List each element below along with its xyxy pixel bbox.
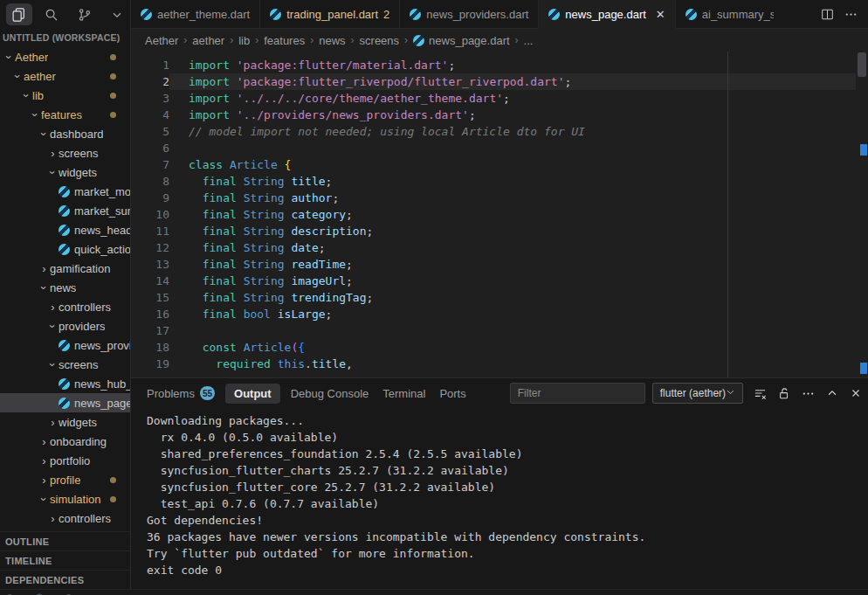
code-line-10[interactable]: 10 final String category; (131, 206, 868, 223)
close-icon[interactable]: ✕ (656, 8, 665, 21)
tree-item-label: profile (50, 474, 80, 487)
line-number: 17 (131, 322, 169, 339)
tree-item-screens[interactable]: ›screens (0, 355, 130, 374)
scrollbar-thumb[interactable] (858, 52, 866, 77)
tree-item-profile[interactable]: ›profile (0, 470, 130, 489)
tree-item-news[interactable]: ›news (0, 278, 130, 297)
code-editor[interactable]: 1import 'package:flutter/material.dart';… (131, 52, 868, 377)
split-editor-icon[interactable] (821, 8, 834, 21)
code-line-2[interactable]: 2import 'package:flutter_riverpod/flutte… (131, 73, 868, 90)
breadcrumb-item[interactable]: screens (360, 34, 400, 47)
tab-news-page-dart[interactable]: news_page.dart✕ (539, 0, 675, 29)
more-actions-icon[interactable] (802, 387, 815, 400)
output-filter-input[interactable] (510, 383, 645, 404)
code-line-4[interactable]: 4import '../providers/news_providers.dar… (131, 107, 868, 123)
code-line-17[interactable]: 17 (131, 322, 868, 339)
tree-item-news-headlin[interactable]: news_headlin... (0, 220, 130, 239)
breadcrumb-separator: › (515, 34, 519, 46)
panel-tab-label: Terminal (382, 387, 425, 400)
sidebar-sections: OUTLINE TIMELINE DEPENDENCIES (0, 531, 130, 589)
panel-tab-terminal[interactable]: Terminal (382, 387, 425, 400)
output-line: Try `flutter pub outdated` for more info… (147, 545, 868, 562)
code-text: final String imageUrl; (169, 273, 856, 289)
tree-item-market-moo[interactable]: market_moo... (0, 182, 130, 201)
code-line-19[interactable]: 19 required this.title, (131, 356, 868, 372)
chevron-expanded-icon: › (47, 359, 59, 370)
timeline-section-header[interactable]: TIMELINE (0, 550, 130, 570)
code-line-3[interactable]: 3import '../../../core/theme/aether_them… (131, 90, 868, 107)
unlock-icon[interactable] (778, 387, 790, 400)
code-line-16[interactable]: 16 final bool isLarge; (131, 306, 868, 322)
source-control-icon[interactable] (72, 3, 98, 25)
tree-item-widgets[interactable]: ›widgets (0, 412, 130, 432)
breadcrumb-file[interactable]: news_page.dart (413, 34, 510, 47)
chevron-expanded-icon: › (38, 128, 50, 140)
tree-item-news-hub-scr[interactable]: news_hub_scr... (0, 374, 130, 393)
outline-section-header[interactable]: OUTLINE (0, 531, 130, 550)
tree-item-market-sum[interactable]: market_sum... (0, 201, 130, 220)
breadcrumb-item[interactable]: aether (192, 34, 224, 47)
clear-output-icon[interactable] (754, 387, 767, 400)
close-panel-icon[interactable] (850, 387, 862, 399)
tree-item-portfolio[interactable]: ›portfolio (0, 451, 130, 470)
code-line-7[interactable]: 7class Article { (131, 156, 868, 173)
tree-item-news-page-d[interactable]: news_page.d... (0, 393, 130, 412)
tree-item-label: quick_actions... (74, 243, 130, 256)
output-channel-dropdown[interactable]: flutter (aether) (652, 383, 743, 404)
tab-news-providers-dart[interactable]: news_providers.dart (400, 0, 539, 28)
tab-trading-panel-dart[interactable]: trading_panel.dart2 (260, 0, 400, 28)
maximize-panel-icon[interactable] (826, 387, 838, 399)
breadcrumb-tail[interactable]: ... (524, 34, 534, 47)
tree-item-label: aether (24, 70, 56, 83)
code-line-6[interactable]: 6 (131, 140, 868, 156)
tree-item-label: market_moo... (74, 185, 130, 198)
panel-tab-ports[interactable]: Ports (439, 387, 465, 400)
code-line-18[interactable]: 18 const Article({ (131, 339, 868, 356)
breadcrumb-item[interactable]: features (264, 34, 305, 47)
code-line-5[interactable]: 5// model import not needed; using local… (131, 123, 868, 140)
dart-file-icon (413, 35, 424, 46)
code-line-15[interactable]: 15 final String trendingTag; (131, 289, 868, 306)
tree-item-screens[interactable]: ›screens (0, 143, 130, 163)
line-number: 9 (131, 190, 169, 206)
tree-item-features[interactable]: ›features (0, 105, 130, 124)
more-actions-icon[interactable] (844, 8, 858, 21)
code-line-12[interactable]: 12 final String date; (131, 239, 868, 256)
chevron-down-icon[interactable] (105, 3, 131, 25)
tree-item-aether[interactable]: ›aether (0, 66, 130, 86)
search-icon[interactable] (39, 3, 65, 25)
code-line-1[interactable]: 1import 'package:flutter/material.dart'; (131, 57, 868, 73)
code-line-8[interactable]: 8 final String title; (131, 173, 868, 190)
tree-item-providers[interactable]: ›providers (0, 316, 130, 336)
breadcrumb-item[interactable]: Aether (145, 34, 178, 47)
tree-item-simulation[interactable]: ›simulation (0, 489, 130, 509)
code-line-13[interactable]: 13 final String readTime; (131, 256, 868, 273)
panel-tab-output[interactable]: Output (225, 384, 280, 404)
tree-item-dashboard[interactable]: ›dashboard (0, 124, 130, 143)
tree-item-quick-actions[interactable]: quick_actions... (0, 239, 130, 259)
line-number: 14 (131, 273, 169, 289)
output-line: exit code 0 (147, 562, 868, 578)
breadcrumb-item[interactable]: news (319, 34, 345, 47)
tree-item-widgets[interactable]: ›widgets (0, 163, 130, 182)
panel-tab-debug-console[interactable]: Debug Console (291, 387, 369, 400)
files-icon[interactable] (6, 3, 32, 25)
tree-item-lib[interactable]: ›lib (0, 86, 130, 105)
panel-tab-problems[interactable]: Problems55 (147, 386, 215, 400)
code-line-14[interactable]: 14 final String imageUrl; (131, 273, 868, 289)
dependencies-section-header[interactable]: DEPENDENCIES (0, 570, 130, 589)
tab-ai-summary-s[interactable]: ai_summary_s (676, 0, 774, 28)
editor-scrollbar[interactable] (856, 52, 868, 377)
statusbar-icons-clipped: ⊙ ⚙ ⊘ (5, 592, 82, 595)
tab-aether-theme-dart[interactable]: aether_theme.dart (131, 0, 260, 28)
tree-item-controllers[interactable]: ›controllers (0, 509, 130, 528)
breadcrumb-item[interactable]: lib (238, 34, 250, 47)
tree-item-aether[interactable]: ›Aether (0, 47, 130, 66)
tree-item-gamification[interactable]: ›gamification (0, 259, 130, 278)
tree-item-news-provide[interactable]: news_provide... (0, 336, 130, 355)
tree-item-controllers[interactable]: ›controllers (0, 297, 130, 316)
tree-item-onboarding[interactable]: ›onboarding (0, 432, 130, 451)
code-line-9[interactable]: 9 final String author; (131, 190, 868, 206)
output-console[interactable]: Downloading packages... rx 0.4.0 (0.5.0 … (131, 408, 868, 589)
code-line-11[interactable]: 11 final String description; (131, 223, 868, 239)
